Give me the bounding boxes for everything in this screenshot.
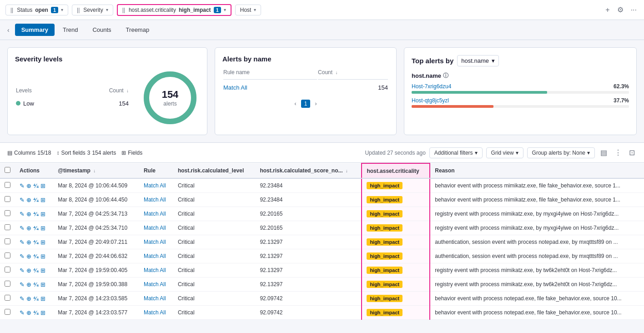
more-icon-6[interactable]: ⊞ xyxy=(40,267,45,274)
prev-page-button[interactable]: ‹ xyxy=(292,99,298,108)
status-filter[interactable]: || Status open 1 ▾ xyxy=(5,5,68,15)
timeline-icon-4[interactable]: ⁴⁄₄ xyxy=(33,239,39,246)
investigate-icon-8[interactable]: ⊕ xyxy=(26,295,31,302)
row-checkbox-5[interactable] xyxy=(5,252,10,258)
expand-icon-4[interactable]: ✎ xyxy=(20,239,25,246)
collapse-button[interactable]: ‹ xyxy=(7,26,10,34)
tab-treemap[interactable]: Treemap xyxy=(120,24,156,36)
rule-link-5[interactable]: Match All xyxy=(144,253,166,259)
columns-control[interactable]: ▤ Columns 15/18 xyxy=(7,150,51,156)
more-icon-4[interactable]: ⊞ xyxy=(40,239,45,246)
row-checkbox-9[interactable] xyxy=(5,309,10,315)
investigate-icon-2[interactable]: ⊕ xyxy=(26,211,31,217)
rule-cell-8: Match All xyxy=(139,292,173,306)
more-icon-7[interactable]: ⊞ xyxy=(40,281,45,288)
more-icon-8[interactable]: ⊞ xyxy=(40,295,45,302)
settings-button[interactable]: ⚙ xyxy=(615,4,625,16)
reason-cell-9: behavior event with process notepad.exe,… xyxy=(430,306,644,320)
expand-icon-5[interactable]: ✎ xyxy=(20,253,25,260)
timeline-icon-6[interactable]: ⁴⁄₄ xyxy=(33,267,39,274)
host-risk-level-col-header[interactable]: host.risk.calculated_level xyxy=(173,163,256,178)
timeline-icon-8[interactable]: ⁴⁄₄ xyxy=(33,295,39,302)
more-icon-1[interactable]: ⊞ xyxy=(40,197,45,203)
tab-counts[interactable]: Counts xyxy=(86,24,117,36)
host-2-label[interactable]: Host-qtg8jc5yzl xyxy=(412,97,449,104)
more-icon-3[interactable]: ⊞ xyxy=(40,225,45,232)
row-checkbox-4[interactable] xyxy=(5,238,10,244)
timeline-icon-9[interactable]: ⁴⁄₄ xyxy=(33,309,39,316)
more-icon-0[interactable]: ⊞ xyxy=(40,182,45,189)
list-view-icon[interactable]: ▤ xyxy=(599,146,609,159)
investigate-icon-5[interactable]: ⊕ xyxy=(26,253,31,260)
row-checkbox-3[interactable] xyxy=(5,224,10,230)
bar-track-2 xyxy=(412,105,629,108)
risk-level-cell-6: Critical xyxy=(173,263,256,278)
rule-link-2[interactable]: Match All xyxy=(144,211,166,217)
expand-icon-1[interactable]: ✎ xyxy=(20,197,25,203)
expand-icon-9[interactable]: ✎ xyxy=(20,309,25,316)
additional-filters-button[interactable]: Additional filters ▾ xyxy=(429,147,483,158)
rule-link-1[interactable]: Match All xyxy=(144,197,166,203)
expand-icon-8[interactable]: ✎ xyxy=(20,295,25,302)
host-risk-score-col-header[interactable]: host.risk.calculated_score_no... ↓ xyxy=(255,163,362,178)
add-filter-button[interactable]: + xyxy=(604,4,611,16)
next-page-button[interactable]: › xyxy=(313,99,318,108)
row-checkbox-7[interactable] xyxy=(5,281,10,287)
rule-link-9[interactable]: Match All xyxy=(144,309,166,316)
group-alerts-button[interactable]: Group alerts by: None ▾ xyxy=(527,147,595,158)
more-options-button[interactable]: ··· xyxy=(629,4,639,16)
expand-icon-2[interactable]: ✎ xyxy=(20,211,25,217)
investigate-icon-7[interactable]: ⊕ xyxy=(26,281,31,288)
row-checkbox-8[interactable] xyxy=(5,295,10,301)
sort-fields-control[interactable]: ↕ Sort fields 3 154 alerts xyxy=(56,150,116,156)
host-filter[interactable]: Host ▾ xyxy=(235,5,262,15)
investigate-icon-0[interactable]: ⊕ xyxy=(26,182,31,189)
expand-icon-3[interactable]: ✎ xyxy=(20,225,25,232)
investigate-icon-6[interactable]: ⊕ xyxy=(26,267,31,274)
rule-link-0[interactable]: Match All xyxy=(144,182,166,189)
fields-control[interactable]: ⊞ Fields xyxy=(121,150,142,156)
investigate-icon-4[interactable]: ⊕ xyxy=(26,239,31,246)
timeline-icon-3[interactable]: ⁴⁄₄ xyxy=(33,225,39,232)
rule-link-4[interactable]: Match All xyxy=(144,239,166,245)
rule-link-3[interactable]: Match All xyxy=(144,225,166,231)
investigate-icon-1[interactable]: ⊕ xyxy=(26,197,31,203)
rule-link-8[interactable]: Match All xyxy=(144,295,166,302)
select-all-checkbox[interactable] xyxy=(5,167,10,173)
column-settings-icon[interactable]: ⋮ xyxy=(613,146,624,159)
table-row: ✎ ⊕ ⁴⁄₄ ⊞ Mar 7, 2024 @ 14:23:03.585 Mat… xyxy=(0,292,644,306)
timeline-icon-0[interactable]: ⁴⁄₄ xyxy=(33,182,39,189)
row-checkbox-2[interactable] xyxy=(5,210,10,216)
filter-bar-right: + ⚙ ··· xyxy=(604,4,639,16)
match-all-rule-link[interactable]: Match All xyxy=(223,84,247,91)
investigate-icon-9[interactable]: ⊕ xyxy=(26,309,31,316)
severity-filter[interactable]: || Severity ▾ xyxy=(72,5,113,15)
tab-summary[interactable]: Summary xyxy=(15,24,55,36)
rule-col-header[interactable]: Rule xyxy=(139,163,173,178)
row-checkbox-6[interactable] xyxy=(5,267,10,272)
investigate-icon-3[interactable]: ⊕ xyxy=(26,225,31,232)
row-checkbox-0[interactable] xyxy=(5,182,10,188)
timestamp-col-header[interactable]: @timestamp ↓ xyxy=(53,163,139,178)
timeline-icon-5[interactable]: ⁴⁄₄ xyxy=(33,253,39,260)
rule-link-7[interactable]: Match All xyxy=(144,281,166,288)
reason-col-header[interactable]: Reason xyxy=(430,163,644,178)
expand-icon-7[interactable]: ✎ xyxy=(20,281,25,288)
top-alerts-dropdown[interactable]: host.name ▾ xyxy=(457,55,499,66)
host-criticality-filter[interactable]: || host.asset.criticality high_impact 1 … xyxy=(117,4,231,16)
grid-view-button[interactable]: Grid view ▾ xyxy=(486,147,523,158)
row-checkbox-1[interactable] xyxy=(5,196,10,202)
rule-link-6[interactable]: Match All xyxy=(144,267,166,273)
host-1-label[interactable]: Host-7xrig6dzu4 xyxy=(412,83,451,90)
expand-icon-6[interactable]: ✎ xyxy=(20,267,25,274)
more-icon-5[interactable]: ⊞ xyxy=(40,253,45,260)
timeline-icon-7[interactable]: ⁴⁄₄ xyxy=(33,281,39,288)
more-icon-2[interactable]: ⊞ xyxy=(40,211,45,217)
host-asset-criticality-col-header[interactable]: host.asset.criticality xyxy=(362,163,430,178)
timeline-icon-2[interactable]: ⁴⁄₄ xyxy=(33,211,39,217)
expand-icon-0[interactable]: ✎ xyxy=(20,182,25,189)
tab-trend[interactable]: Trend xyxy=(56,24,84,36)
timeline-icon-1[interactable]: ⁴⁄₄ xyxy=(33,197,39,203)
fullscreen-icon[interactable]: ⊡ xyxy=(627,146,637,159)
more-icon-9[interactable]: ⊞ xyxy=(40,309,45,316)
